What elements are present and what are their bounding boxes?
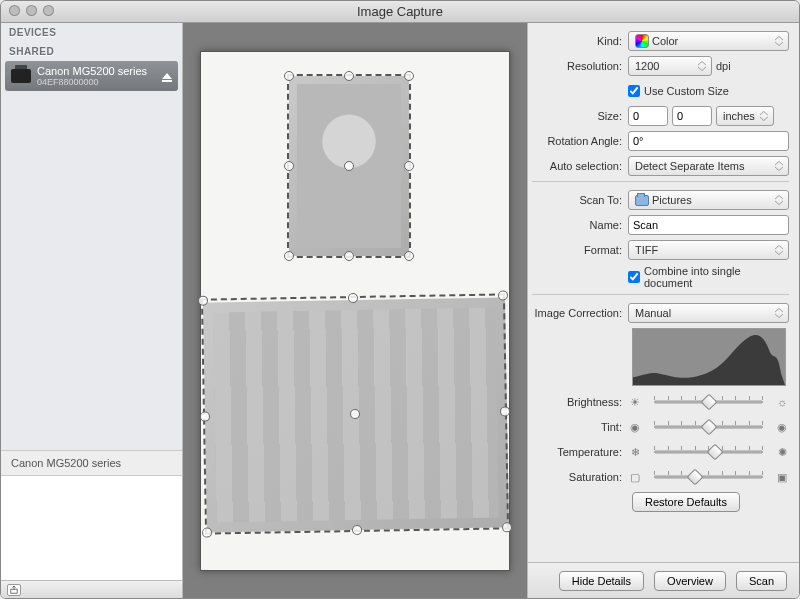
device-item[interactable]: Canon MG5200 series 04EF88000000 (5, 61, 178, 91)
use-custom-size-checkbox[interactable] (628, 85, 640, 97)
name-label: Name: (532, 219, 628, 231)
saturation-slider[interactable] (642, 469, 775, 485)
sun-small-icon: ☀ (628, 396, 642, 409)
handle-icon[interactable] (350, 408, 360, 418)
kind-label: Kind: (532, 35, 628, 47)
overview-button[interactable]: Overview (654, 571, 726, 591)
window: Image Capture DEVICES SHARED Canon MG520… (0, 0, 800, 599)
restore-defaults-button[interactable]: Restore Defaults (632, 492, 740, 512)
selection-2[interactable] (201, 293, 509, 534)
resolution-unit: dpi (716, 60, 731, 72)
device-name: Canon MG5200 series (37, 65, 147, 77)
handle-icon[interactable] (284, 251, 294, 261)
auto-selection-select[interactable]: Detect Separate Items (628, 156, 789, 176)
tint-slider[interactable] (642, 419, 775, 435)
image-correction-label: Image Correction: (532, 307, 628, 319)
handle-icon[interactable] (200, 411, 210, 421)
minimize-icon[interactable] (26, 5, 37, 16)
share-button[interactable] (7, 584, 21, 596)
handle-icon[interactable] (404, 251, 414, 261)
sidebar-footer-device[interactable]: Canon MG5200 series (1, 450, 182, 476)
handle-icon[interactable] (344, 71, 354, 81)
size-unit-select[interactable]: inches (716, 106, 774, 126)
handle-icon[interactable] (344, 161, 354, 171)
handle-icon[interactable] (404, 161, 414, 171)
device-sub: 04EF88000000 (37, 77, 147, 87)
use-custom-size-label: Use Custom Size (644, 85, 729, 97)
rotation-label: Rotation Angle: (532, 135, 628, 147)
separator (532, 181, 789, 182)
titlebar: Image Capture (1, 1, 799, 23)
settings-scroll: Kind: Color Resolution: 1200 dp (528, 23, 799, 562)
resolution-label: Resolution: (532, 60, 628, 72)
temp-cold-icon: ❄ (628, 446, 642, 459)
sat-low-icon: ▢ (628, 471, 642, 484)
sidebar-footer (1, 580, 182, 598)
rotation-input[interactable] (628, 131, 789, 151)
combine-label: Combine into single document (644, 265, 789, 289)
sat-high-icon: ▣ (775, 471, 789, 484)
handle-icon[interactable] (284, 71, 294, 81)
traffic-lights (9, 5, 54, 16)
brightness-slider[interactable] (642, 394, 775, 410)
devices-header: DEVICES (1, 23, 182, 42)
handle-icon[interactable] (352, 524, 362, 534)
scan-to-select[interactable]: Pictures (628, 190, 789, 210)
saturation-label: Saturation: (532, 471, 628, 483)
eject-icon[interactable] (162, 73, 172, 79)
close-icon[interactable] (9, 5, 20, 16)
brightness-label: Brightness: (532, 396, 628, 408)
handle-icon[interactable] (344, 251, 354, 261)
footer: Hide Details Overview Scan (528, 562, 799, 598)
handle-icon[interactable] (348, 292, 358, 302)
handle-icon[interactable] (500, 406, 510, 416)
zoom-icon[interactable] (43, 5, 54, 16)
settings-panel: Kind: Color Resolution: 1200 dp (527, 23, 799, 598)
handle-icon[interactable] (198, 295, 208, 305)
preview-area (183, 23, 527, 598)
tint-left-icon: ◉ (628, 421, 642, 434)
combine-checkbox[interactable] (628, 271, 640, 283)
kind-select[interactable]: Color (628, 31, 789, 51)
resolution-select[interactable]: 1200 (628, 56, 712, 76)
scan-bed[interactable] (200, 51, 510, 571)
hide-details-button[interactable]: Hide Details (559, 571, 644, 591)
size-width-input[interactable] (628, 106, 668, 126)
tint-label: Tint: (532, 421, 628, 433)
format-label: Format: (532, 244, 628, 256)
folder-icon (635, 195, 649, 206)
scan-button[interactable]: Scan (736, 571, 787, 591)
tint-right-icon: ◉ (775, 421, 789, 434)
temperature-label: Temperature: (532, 446, 628, 458)
format-select[interactable]: TIFF (628, 240, 789, 260)
color-swatch-icon (635, 34, 649, 48)
histogram (632, 328, 786, 386)
handle-icon[interactable] (202, 527, 212, 537)
handle-icon[interactable] (498, 290, 508, 300)
scan-to-label: Scan To: (532, 194, 628, 206)
auto-selection-label: Auto selection: (532, 160, 628, 172)
image-correction-select[interactable]: Manual (628, 303, 789, 323)
body: DEVICES SHARED Canon MG5200 series 04EF8… (1, 23, 799, 598)
selection-1[interactable] (287, 74, 411, 258)
temperature-slider[interactable] (642, 444, 775, 460)
window-title: Image Capture (357, 4, 443, 19)
shared-header: SHARED (1, 42, 182, 61)
sidebar: DEVICES SHARED Canon MG5200 series 04EF8… (1, 23, 183, 598)
size-height-input[interactable] (672, 106, 712, 126)
size-label: Size: (532, 110, 628, 122)
printer-icon (11, 69, 31, 83)
separator (532, 294, 789, 295)
name-input[interactable] (628, 215, 789, 235)
handle-icon[interactable] (404, 71, 414, 81)
temp-warm-icon: ✺ (775, 446, 789, 459)
handle-icon[interactable] (284, 161, 294, 171)
sun-large-icon: ☼ (775, 396, 789, 408)
sidebar-detail-pane (1, 476, 182, 580)
handle-icon[interactable] (502, 522, 512, 532)
